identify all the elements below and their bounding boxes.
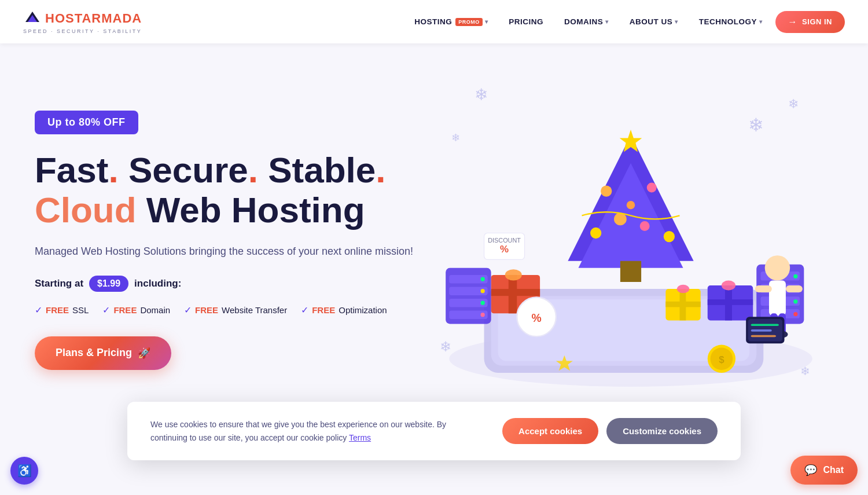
customize-cookies-button[interactable]: Customize cookies xyxy=(606,418,718,444)
chevron-down-icon: ▾ xyxy=(759,19,763,25)
svg-point-35 xyxy=(481,289,485,293)
check-icon: ✓ xyxy=(102,305,110,316)
signin-icon: → xyxy=(788,17,798,27)
svg-rect-48 xyxy=(769,281,786,316)
cookie-terms-link[interactable]: Terms xyxy=(349,433,371,442)
hero-section: Up to 80% OFF Fast. Secure. Stable. Clou… xyxy=(0,43,868,426)
cookie-actions: Accept cookies Customize cookies xyxy=(502,418,718,444)
svg-point-46 xyxy=(793,312,797,316)
svg-rect-58 xyxy=(751,329,772,332)
svg-rect-19 xyxy=(491,289,540,296)
svg-point-43 xyxy=(793,274,797,278)
nav-item-about[interactable]: ABOUT US ▾ xyxy=(621,13,686,31)
check-icon: ✓ xyxy=(35,305,42,316)
nav-item-hosting[interactable]: HOSTING PROMO ▾ xyxy=(406,13,496,31)
hero-title: Fast. Secure. Stable. Cloud Web Hosting xyxy=(35,151,428,229)
svg-point-9 xyxy=(601,186,612,197)
svg-rect-57 xyxy=(751,324,779,327)
chevron-down-icon: ▾ xyxy=(485,19,488,25)
price-badge: $1.99 xyxy=(89,276,128,292)
svg-point-24 xyxy=(722,281,735,291)
logo-tagline: SPEED · SECURITY · STABILITY xyxy=(23,28,142,34)
svg-point-36 xyxy=(481,301,485,305)
svg-text:%: % xyxy=(500,244,509,255)
nav-item-technology[interactable]: TECHNOLOGY ▾ xyxy=(691,13,771,31)
svg-point-28 xyxy=(677,285,690,293)
accessibility-button[interactable]: ♿ xyxy=(10,457,38,485)
cookie-banner: We use cookies to ensure that we give yo… xyxy=(127,402,741,460)
check-icon: ✓ xyxy=(301,305,308,316)
svg-point-13 xyxy=(590,228,601,239)
hero-illustration-area: ❄ ❄ ❄ ❄ ❄ ❄ xyxy=(428,79,833,401)
svg-point-34 xyxy=(481,277,485,281)
svg-rect-23 xyxy=(708,300,753,306)
nav-links: HOSTING PROMO ▾ PRICING DOMAINS ▾ ABOUT … xyxy=(406,11,845,33)
svg-rect-50 xyxy=(786,285,803,292)
svg-text:$: $ xyxy=(719,354,724,365)
accept-cookies-button[interactable]: Accept cookies xyxy=(502,418,598,444)
promo-badge: PROMO xyxy=(455,18,483,26)
svg-point-45 xyxy=(793,300,797,304)
svg-point-37 xyxy=(481,313,485,317)
discount-badge: Up to 80% OFF xyxy=(35,111,138,134)
logo-text: HOSTARMADA xyxy=(45,11,142,26)
rocket-icon: 🚀 xyxy=(138,347,150,360)
svg-point-10 xyxy=(647,183,657,193)
navbar: HOSTARMADA SPEED · SECURITY · STABILITY … xyxy=(0,0,868,43)
logo-icon xyxy=(23,9,42,28)
svg-text:DISCOUNT: DISCOUNT xyxy=(488,237,521,244)
svg-point-15 xyxy=(627,201,635,209)
svg-text:%: % xyxy=(531,312,541,324)
feature-transfer: ✓ FREE Website Transfer xyxy=(184,305,287,316)
chevron-down-icon: ▾ xyxy=(605,19,609,25)
feature-optimization: ✓ FREE Optimization xyxy=(301,305,387,316)
hero-subtitle: Managed Web Hosting Solutions bringing t… xyxy=(35,244,428,259)
check-icon: ✓ xyxy=(184,305,192,316)
svg-point-20 xyxy=(505,270,522,281)
chat-button[interactable]: 💬 Chat xyxy=(790,456,858,485)
chat-icon: 💬 xyxy=(804,464,817,476)
logo[interactable]: HOSTARMADA SPEED · SECURITY · STABILITY xyxy=(23,9,142,34)
nav-item-domains[interactable]: DOMAINS ▾ xyxy=(556,13,617,31)
svg-point-47 xyxy=(765,256,790,281)
chevron-down-icon: ▾ xyxy=(675,19,678,25)
svg-rect-49 xyxy=(755,285,772,292)
svg-point-12 xyxy=(640,221,650,231)
accessibility-icon: ♿ xyxy=(17,464,32,478)
cookie-message: We use cookies to ensure that we give yo… xyxy=(150,418,479,444)
svg-point-14 xyxy=(664,231,675,242)
signin-button[interactable]: → SIGN IN xyxy=(775,11,845,33)
hero-svg-illustration: % $ DISCOUNT % xyxy=(428,79,833,401)
hero-content: Up to 80% OFF Fast. Secure. Stable. Clou… xyxy=(35,111,428,369)
feature-domain: ✓ FREE Domain xyxy=(102,305,170,316)
nav-item-pricing[interactable]: PRICING xyxy=(501,13,551,31)
plans-pricing-button[interactable]: Plans & Pricing 🚀 xyxy=(35,336,171,370)
svg-rect-59 xyxy=(751,335,776,338)
svg-rect-27 xyxy=(665,302,700,307)
hero-features: ✓ FREE SSL ✓ FREE Domain ✓ FREE Website … xyxy=(35,305,428,316)
svg-rect-8 xyxy=(620,261,641,282)
feature-ssl: ✓ FREE SSL xyxy=(35,305,89,316)
hero-price-line: Starting at $1.99 including: xyxy=(35,276,428,292)
